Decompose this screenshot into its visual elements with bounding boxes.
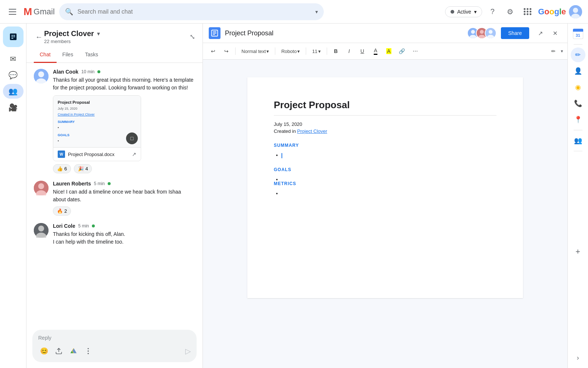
italic-button[interactable]: I bbox=[343, 45, 355, 57]
tab-chat[interactable]: Chat bbox=[34, 47, 57, 63]
group-chevron-icon[interactable]: ▾ bbox=[97, 30, 100, 37]
upload-button[interactable] bbox=[53, 345, 65, 357]
calendar-day: 31 bbox=[573, 32, 583, 39]
underline-button[interactable]: U bbox=[356, 45, 368, 57]
calendar-button[interactable]: 31 bbox=[571, 26, 585, 41]
share-button[interactable]: Share bbox=[501, 27, 529, 39]
thumbsup-emoji: 👍 bbox=[57, 166, 63, 171]
drive-button[interactable] bbox=[68, 345, 79, 357]
avatar-image bbox=[569, 5, 582, 18]
edit-button[interactable]: ✏ bbox=[548, 45, 559, 57]
message-content: Alan Cook 10 min Thanks for all your gre… bbox=[53, 69, 195, 173]
expand-icon[interactable]: ⤡ bbox=[190, 33, 195, 40]
maps-sidebar-button[interactable]: 📍 bbox=[571, 112, 585, 127]
sidebar-meet-button[interactable]: 🎥 bbox=[3, 100, 24, 115]
font-size-dropdown[interactable]: 11 ▾ bbox=[309, 47, 323, 56]
word-icon: W bbox=[58, 151, 65, 158]
message-time: 5 min bbox=[78, 223, 89, 229]
font-dropdown[interactable]: Roboto ▾ bbox=[278, 47, 303, 56]
reply-placeholder[interactable]: Reply bbox=[38, 335, 191, 341]
reaction-party[interactable]: 🎉 4 bbox=[74, 164, 92, 173]
more-icon bbox=[85, 347, 92, 355]
reaction-thumbsup[interactable]: 👍 6 bbox=[53, 164, 71, 173]
toolbar-divider-2 bbox=[275, 47, 275, 55]
document-page-title: Project Proposal bbox=[274, 99, 496, 111]
contacts-sidebar-button[interactable]: 👤 bbox=[571, 64, 585, 78]
apps-button[interactable] bbox=[520, 4, 535, 19]
active-status-button[interactable]: Active ▾ bbox=[445, 6, 482, 17]
message-header: Lori Cole 5 min bbox=[53, 223, 195, 229]
tab-tasks[interactable]: Tasks bbox=[79, 47, 104, 63]
search-chevron-icon[interactable]: ▾ bbox=[315, 9, 318, 15]
edit-chevron-icon[interactable]: ▾ bbox=[561, 49, 563, 54]
open-external-icon[interactable]: ↗ bbox=[132, 151, 136, 157]
reaction-fire[interactable]: 🔥 2 bbox=[53, 206, 71, 216]
text-cursor bbox=[282, 153, 282, 158]
text-color-button[interactable]: A bbox=[370, 45, 381, 57]
open-new-window-button[interactable]: ↗ bbox=[534, 26, 547, 40]
chat-header: ← Project Clover ▾ 22 members ⤡ bbox=[26, 24, 202, 44]
keep-sidebar-button[interactable]: ◉ bbox=[571, 80, 585, 95]
add-sidebar-button[interactable]: + bbox=[571, 244, 585, 259]
help-button[interactable]: ? bbox=[485, 4, 500, 19]
upload-icon bbox=[55, 347, 62, 355]
document-collaborators bbox=[467, 27, 496, 39]
fire-count: 2 bbox=[64, 208, 67, 214]
chat-tabs: Chat Files Tasks bbox=[26, 47, 202, 63]
message-text: Nice! I can add a timeline once we hear … bbox=[53, 188, 195, 204]
more-formatting-button[interactable]: ⋯ bbox=[409, 45, 421, 57]
avatar[interactable] bbox=[569, 5, 582, 18]
party-count: 4 bbox=[85, 166, 88, 171]
back-button[interactable]: ← bbox=[34, 31, 44, 43]
chat-title-wrap: Project Clover ▾ bbox=[44, 29, 100, 38]
document-content: Project Proposal July 15, 2020 Created i… bbox=[203, 60, 567, 368]
toolbar-divider-1 bbox=[235, 47, 236, 55]
send-button[interactable]: ▷ bbox=[185, 347, 191, 355]
online-status-icon bbox=[108, 182, 111, 185]
gmail-logo[interactable]: M Gmail bbox=[24, 6, 55, 18]
edit-sidebar-button[interactable]: ✏ bbox=[571, 47, 585, 62]
text-style-dropdown[interactable]: Normal text ▾ bbox=[239, 47, 272, 56]
project-clover-link[interactable]: Project Clover bbox=[297, 128, 327, 134]
document-panel: Project Proposal Share ↗ ✕ ↩ bbox=[203, 24, 567, 368]
bold-button[interactable]: B bbox=[330, 45, 342, 57]
highlight-button[interactable]: A bbox=[383, 45, 395, 57]
undo-button[interactable]: ↩ bbox=[207, 45, 219, 57]
search-icon: 🔍 bbox=[65, 8, 73, 16]
settings-button[interactable]: ⚙ bbox=[503, 4, 517, 19]
search-bar: 🔍 ▾ bbox=[59, 3, 324, 20]
active-dot-icon bbox=[451, 10, 454, 14]
summary-bullet bbox=[281, 152, 496, 158]
font-size-chevron-icon: ▾ bbox=[318, 49, 321, 54]
emoji-button[interactable]: 😊 bbox=[38, 345, 50, 357]
hamburger-menu[interactable] bbox=[6, 6, 19, 18]
sidebar-chat-button[interactable]: 💬 bbox=[3, 68, 24, 82]
sidebar-mail-button[interactable]: ✉ bbox=[3, 52, 24, 66]
file-attachment[interactable]: Project Proposal July 15, 2020 Created i… bbox=[53, 95, 141, 161]
chat-panel: ← Project Clover ▾ 22 members ⤡ Chat Fil… bbox=[26, 24, 203, 368]
search-input[interactable] bbox=[78, 8, 311, 15]
tab-files[interactable]: Files bbox=[57, 47, 79, 63]
list-item: Alan Cook 10 min Thanks for all your gre… bbox=[34, 69, 195, 173]
people-sidebar-button[interactable]: 👥 bbox=[571, 133, 585, 148]
message-time: 5 min bbox=[94, 181, 104, 186]
expand-sidebar-button[interactable]: › bbox=[571, 350, 585, 365]
section-title-summary: SUMMARY bbox=[274, 143, 496, 148]
top-header: M Gmail 🔍 ▾ Active ▾ ? ⚙ Google bbox=[0, 0, 588, 24]
font-chevron-icon: ▾ bbox=[297, 49, 300, 54]
document-header-actions: ↗ ✕ bbox=[534, 26, 562, 40]
tasks-sidebar-button[interactable]: 📞 bbox=[571, 96, 585, 111]
svg-point-8 bbox=[38, 183, 44, 189]
reactions: 👍 6 🎉 4 bbox=[53, 164, 195, 173]
sidebar-spaces-button[interactable]: 👥 bbox=[3, 84, 24, 99]
compose-button[interactable]: + bbox=[3, 26, 24, 47]
redo-button[interactable]: ↪ bbox=[220, 45, 232, 57]
more-button[interactable] bbox=[82, 345, 94, 357]
online-status-icon bbox=[92, 224, 95, 227]
message-time: 10 min bbox=[81, 69, 94, 74]
link-button[interactable]: 🔗 bbox=[396, 45, 408, 57]
right-sidebar: 31 ✏ 👤 ◉ 📞 📍 👥 + › bbox=[567, 24, 588, 368]
svg-point-11 bbox=[38, 226, 44, 231]
close-document-button[interactable]: ✕ bbox=[548, 26, 562, 40]
google-logo: Google bbox=[538, 7, 566, 17]
